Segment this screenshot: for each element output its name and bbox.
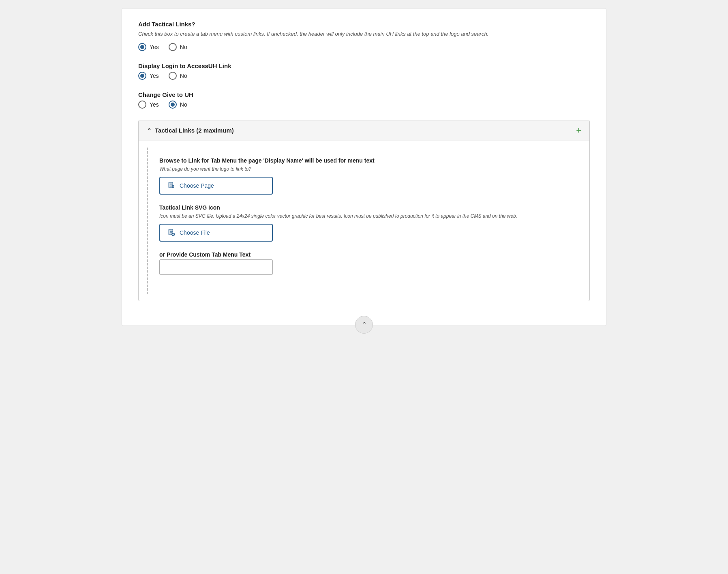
browse-link-section: Browse to Link for Tab Menu the page 'Di… [159,157,578,195]
browse-link-title: Browse to Link for Tab Menu the page 'Di… [159,157,578,164]
change-give-to-uh-no-label: No [180,101,187,108]
browse-link-description: What page do you want the logo to link t… [159,165,578,173]
display-login-no-option[interactable]: No [169,72,187,80]
tactical-links-panel: ⌃ Tactical Links (2 maximum) + Browse to… [138,120,590,301]
change-give-to-uh-title: Change Give to UH [138,91,590,98]
svg-icon-section: Tactical Link SVG Icon Icon must be an S… [159,204,578,242]
add-tactical-links-description: Check this box to create a tab menu with… [138,30,590,38]
choose-page-label: Choose Page [180,182,214,189]
add-tactical-links-title: Add Tactical Links? [138,21,590,28]
custom-text-section: or Provide Custom Tab Menu Text [159,251,578,275]
add-tactical-link-icon[interactable]: + [576,126,581,135]
add-tactical-links-yes-option[interactable]: Yes [138,43,159,51]
add-tactical-links-no-option[interactable]: No [169,43,187,51]
custom-tab-menu-text-input[interactable] [159,259,273,275]
custom-text-title: or Provide Custom Tab Menu Text [159,251,578,258]
svg-icon-title: Tactical Link SVG Icon [159,204,578,211]
chevron-up-icon: ⌃ [362,321,367,328]
collapse-icon[interactable]: ⌃ [147,127,152,134]
file-upload-icon [167,229,176,237]
change-give-to-uh-section: Change Give to UH Yes No [138,91,590,109]
change-give-to-uh-yes-radio[interactable] [138,101,146,109]
svg-icon-description: Icon must be an SVG file. Upload a 24x24… [159,212,578,220]
panel-header: ⌃ Tactical Links (2 maximum) + [139,120,589,141]
change-give-to-uh-yes-label: Yes [150,101,159,108]
display-login-section: Display Login to AccessUH Link Yes No [138,62,590,80]
add-tactical-links-radio-group: Yes No [138,43,590,51]
change-give-to-uh-radio-group: Yes No [138,101,590,109]
change-give-to-uh-no-radio[interactable] [169,101,177,109]
display-login-yes-option[interactable]: Yes [138,72,159,80]
add-tactical-links-no-label: No [180,44,187,50]
change-give-to-uh-yes-option[interactable]: Yes [138,101,159,109]
panel-title: Tactical Links (2 maximum) [155,127,234,134]
display-login-no-radio[interactable] [169,72,177,80]
change-give-to-uh-no-option[interactable]: No [169,101,187,109]
display-login-yes-label: Yes [150,73,159,79]
display-login-title: Display Login to AccessUH Link [138,62,590,69]
add-tactical-links-yes-radio[interactable] [138,43,146,51]
panel-header-left: ⌃ Tactical Links (2 maximum) [147,127,234,134]
choose-file-label: Choose File [180,229,210,236]
scroll-up-button[interactable]: ⌃ [355,316,373,334]
add-tactical-links-yes-label: Yes [150,44,159,50]
choose-file-button[interactable]: Choose File [159,224,273,242]
panel-content: Browse to Link for Tab Menu the page 'Di… [147,148,589,294]
add-tactical-links-section: Add Tactical Links? Check this box to cr… [138,21,590,51]
choose-page-button[interactable]: Choose Page [159,177,273,195]
page-icon [167,182,176,190]
add-tactical-links-no-radio[interactable] [169,43,177,51]
display-login-radio-group: Yes No [138,72,590,80]
main-container: Add Tactical Links? Check this box to cr… [122,8,606,326]
display-login-yes-radio[interactable] [138,72,146,80]
display-login-no-label: No [180,73,187,79]
